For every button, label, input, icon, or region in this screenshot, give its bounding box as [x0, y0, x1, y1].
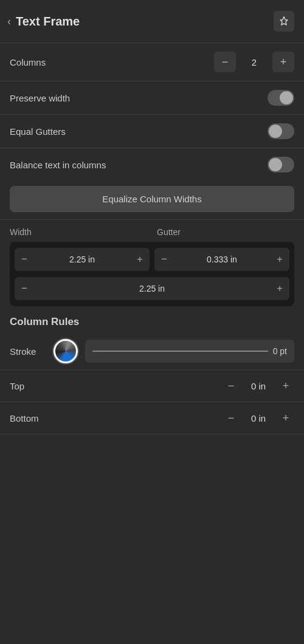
- column-rules-title: Column Rules: [0, 306, 304, 333]
- stroke-line-preview: [92, 351, 268, 352]
- preserve-width-toggle[interactable]: [268, 90, 294, 106]
- width-gutter-section: Width Gutter − 2.25 in + − 0.333 in + − …: [0, 227, 304, 306]
- balance-text-toggle[interactable]: [268, 157, 294, 173]
- balance-text-row: Balance text in columns: [0, 148, 304, 181]
- top-label: Top: [10, 381, 24, 391]
- header-left: ‹ Text Frame: [7, 15, 80, 29]
- bottom-decrement-button[interactable]: −: [223, 409, 240, 426]
- bottom-value: 0 in: [243, 413, 274, 423]
- stroke-row: Stroke 0 pt: [0, 333, 304, 369]
- equalize-column-widths-button[interactable]: Equalize Column Widths: [10, 186, 294, 212]
- preserve-width-row: Preserve width: [0, 81, 304, 114]
- gutter-1-value: 0.333 in: [174, 255, 270, 264]
- width-2-value: 2.25 in: [34, 284, 270, 293]
- wg-grid: − 2.25 in + − 0.333 in + − 2.25 in +: [10, 242, 294, 306]
- width-2-increment-button[interactable]: +: [270, 277, 289, 300]
- width-cell-1: − 2.25 in +: [15, 248, 150, 271]
- divider-5: [0, 219, 304, 220]
- top-increment-button[interactable]: +: [277, 377, 294, 394]
- stroke-label: Stroke: [10, 346, 46, 357]
- width-header: Width: [10, 227, 147, 237]
- top-decrement-button[interactable]: −: [223, 377, 240, 394]
- gutter-1-increment-button[interactable]: +: [270, 248, 289, 271]
- gutter-1-decrement-button[interactable]: −: [154, 248, 174, 271]
- wg-row-2: − 2.25 in +: [15, 277, 289, 300]
- back-icon[interactable]: ‹: [7, 15, 11, 28]
- stroke-color-picker[interactable]: [54, 339, 78, 363]
- bottom-row: Bottom − 0 in +: [0, 402, 304, 434]
- equal-gutters-toggle[interactable]: [268, 123, 294, 139]
- equal-gutters-row: Equal Gutters: [0, 115, 304, 148]
- columns-decrement-button[interactable]: −: [214, 52, 236, 72]
- top-row: Top − 0 in +: [0, 370, 304, 402]
- width-1-decrement-button[interactable]: −: [15, 248, 34, 271]
- bottom-stepper: − 0 in +: [223, 409, 294, 426]
- wg-row-1: − 2.25 in + − 0.333 in +: [15, 248, 289, 271]
- columns-stepper: − 2 +: [214, 52, 294, 72]
- balance-text-label: Balance text in columns: [10, 160, 106, 170]
- divider-8: [0, 434, 304, 434]
- columns-value: 2: [236, 57, 272, 67]
- width-1-increment-button[interactable]: +: [130, 248, 150, 271]
- bottom-increment-button[interactable]: +: [277, 409, 294, 426]
- width-1-value: 2.25 in: [34, 255, 130, 264]
- header: ‹ Text Frame: [0, 0, 304, 43]
- page-title: Text Frame: [16, 15, 80, 29]
- balance-text-thumb: [269, 158, 282, 171]
- gutter-cell-1: − 0.333 in +: [154, 248, 289, 271]
- columns-row: Columns − 2 +: [0, 43, 304, 81]
- preserve-width-label: Preserve width: [10, 93, 70, 103]
- preserve-width-thumb: [280, 91, 293, 104]
- pin-button[interactable]: [274, 11, 294, 32]
- top-stepper: − 0 in +: [223, 377, 294, 394]
- top-value: 0 in: [243, 381, 274, 391]
- columns-increment-button[interactable]: +: [272, 52, 294, 72]
- width-2-decrement-button[interactable]: −: [15, 277, 34, 300]
- gutter-header: Gutter: [147, 227, 294, 237]
- stroke-value-box[interactable]: 0 pt: [85, 340, 294, 363]
- equal-gutters-thumb: [269, 125, 282, 138]
- bottom-label: Bottom: [10, 413, 39, 423]
- width-cell-2: − 2.25 in +: [15, 277, 289, 300]
- stroke-value: 0 pt: [273, 346, 287, 356]
- wg-headers: Width Gutter: [10, 227, 294, 237]
- columns-label: Columns: [10, 57, 46, 67]
- equal-gutters-label: Equal Gutters: [10, 126, 66, 137]
